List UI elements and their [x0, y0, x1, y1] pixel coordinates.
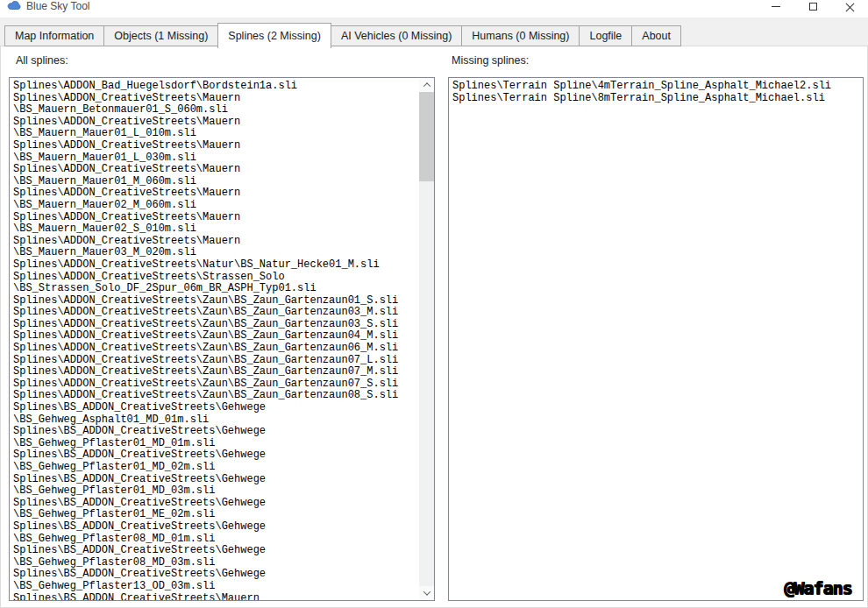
- spline-path-item[interactable]: Splines\ADDON_CreativeStreets\Zaun\BS_Za…: [13, 330, 418, 343]
- tab-ai-vehicles[interactable]: AI Vehicles (0 Missing): [331, 25, 462, 46]
- spline-path-item[interactable]: \BS_Gehweg_Asphalt01_MD_01m.sli: [13, 414, 418, 427]
- tab-splines[interactable]: Splines (2 Missing): [217, 23, 331, 48]
- maximize-button[interactable]: [794, 0, 831, 18]
- spline-path-item[interactable]: Splines\ADDON_CreativeStreets\Natur\BS_N…: [13, 259, 418, 272]
- maximize-icon: [809, 3, 817, 11]
- spline-path-item[interactable]: Splines\ADDON_Bad_Huegelsdorf\Bordstein1…: [13, 81, 418, 93]
- spline-path-item[interactable]: Splines\ADDON_CreativeStreets\Zaun\BS_Za…: [13, 355, 418, 367]
- spline-path-item[interactable]: Splines\ADDON_CreativeStreets\Mauern: [13, 236, 418, 248]
- spline-path-item[interactable]: Splines\BS_ADDON_CreativeStreets\Gehwege: [13, 545, 418, 557]
- scroll-down-button[interactable]: [419, 586, 434, 600]
- spline-path-item[interactable]: Splines\BS_ADDON_CreativeStreets\Gehwege: [13, 521, 418, 534]
- spline-path-item[interactable]: \BS_Mauern_Betonmauer01_S_060m.sli: [13, 104, 418, 117]
- spline-path-item[interactable]: \BS_Mauern_Mauer03_M_020m.sli: [13, 247, 418, 259]
- spline-path-item[interactable]: \BS_Mauern_Mauer01_L_030m.sli: [13, 152, 418, 165]
- watermark: @Wafans: [784, 577, 851, 598]
- spline-path-item[interactable]: Splines\BS_ADDON_CreativeStreets\Gehwege: [13, 569, 418, 581]
- minimize-icon: [772, 6, 780, 7]
- spline-path-item[interactable]: \BS_Gehweg_Pflaster08_MD_03m.sli: [13, 557, 418, 569]
- spline-path-item[interactable]: Splines\ADDON_CreativeStreets\Mauern: [13, 140, 418, 152]
- spline-path-item[interactable]: Splines\ADDON_CreativeStreets\Zaun\BS_Za…: [13, 343, 418, 355]
- spline-path-item[interactable]: Splines\ADDON_CreativeStreets\Mauern: [13, 212, 418, 224]
- window-title: Blue Sky Tool: [26, 0, 90, 12]
- spline-path-item[interactable]: \BS_Gehweg_Pflaster01_MD_02m.sli: [13, 462, 418, 474]
- tab-logfile[interactable]: Logfile: [579, 25, 632, 46]
- spline-path-item[interactable]: \BS_Strassen_Solo_DF_2Spur_06m_BR_ASPH_T…: [13, 283, 418, 295]
- scroll-up-button[interactable]: [419, 78, 434, 92]
- spline-path-item[interactable]: \BS_Gehweg_Pflaster01_ME_02m.sli: [13, 509, 418, 521]
- spline-path-item[interactable]: \BS_Gehweg_Pflaster01_MD_01m.sli: [13, 438, 418, 450]
- spline-path-item[interactable]: Splines\ADDON_CreativeStreets\Mauern: [13, 164, 418, 176]
- spline-path-item[interactable]: Splines\ADDON_CreativeStreets\Zaun\BS_Za…: [13, 319, 418, 331]
- spline-path-item[interactable]: \BS_Gehweg_Pflaster08_MD_01m.sli: [13, 534, 418, 546]
- spline-path-item[interactable]: Splines\ADDON_CreativeStreets\Zaun\BS_Za…: [13, 307, 418, 319]
- close-button[interactable]: [831, 0, 868, 18]
- app-cloud-icon: [7, 0, 22, 11]
- spline-path-item[interactable]: Splines\ADDON_CreativeStreets\Mauern: [13, 93, 418, 105]
- close-icon: [845, 2, 855, 11]
- spline-path-item[interactable]: Splines\BS_ADDON_CreativeStreets\Mauern: [13, 593, 418, 600]
- spline-path-item[interactable]: \BS_Mauern_Mauer02_M_060m.sli: [13, 200, 418, 212]
- tab-map-information[interactable]: Map Information: [4, 25, 104, 46]
- spline-path-item[interactable]: \BS_Mauern_Mauer01_L_010m.sli: [13, 128, 418, 140]
- spline-path-item[interactable]: Splines\ADDON_CreativeStreets\Zaun\BS_Za…: [13, 366, 418, 378]
- all-splines-label: All splines:: [16, 54, 68, 67]
- spline-path-item[interactable]: Splines\BS_ADDON_CreativeStreets\Gehwege: [13, 449, 418, 462]
- all-splines-lines: Splines\ADDON_Bad_Huegelsdorf\Bordstein1…: [13, 81, 418, 600]
- spline-path-item[interactable]: \BS_Gehweg_Pflaster01_MD_03m.sli: [13, 485, 418, 498]
- spline-path-item[interactable]: Splines\ADDON_CreativeStreets\Strassen_S…: [13, 272, 418, 284]
- spline-path-item[interactable]: Splines\BS_ADDON_CreativeStreets\Gehwege: [13, 426, 418, 438]
- chevron-up-icon: [423, 82, 430, 89]
- spline-path-item[interactable]: Splines\ADDON_CreativeStreets\Mauern: [13, 117, 418, 129]
- spline-path-item[interactable]: \BS_Mauern_Mauer02_S_010m.sli: [13, 223, 418, 236]
- tab-about[interactable]: About: [631, 25, 681, 46]
- missing-splines-label: Missing splines:: [452, 54, 529, 67]
- spline-path-item[interactable]: Splines\ADDON_CreativeStreets\Zaun\BS_Za…: [13, 295, 418, 308]
- tab-bar: Map InformationObjects (1 Missing)Spline…: [4, 23, 681, 46]
- missing-splines-lines: Splines\Terrain Spline\4mTerrain_Spline_…: [452, 81, 861, 600]
- title-bar: Blue Sky Tool: [0, 0, 868, 18]
- window-controls: [758, 0, 868, 18]
- spline-path-item[interactable]: Splines\ADDON_CreativeStreets\Zaun\BS_Za…: [13, 390, 418, 402]
- vertical-scrollbar[interactable]: [419, 78, 434, 600]
- tab-objects[interactable]: Objects (1 Missing): [103, 25, 218, 46]
- spline-path-item[interactable]: Splines\ADDON_CreativeStreets\Mauern: [13, 187, 418, 200]
- missing-splines-list[interactable]: Splines\Terrain Spline\4mTerrain_Spline_…: [448, 77, 864, 601]
- spline-path-item[interactable]: Splines\Terrain Spline\4mTerrain_Spline_…: [452, 81, 861, 93]
- spline-path-item[interactable]: Splines\BS_ADDON_CreativeStreets\Gehwege: [13, 498, 418, 510]
- spline-path-item[interactable]: Splines\BS_ADDON_CreativeStreets\Gehwege: [13, 402, 418, 414]
- scrollbar-thumb[interactable]: [419, 92, 434, 181]
- spline-path-item[interactable]: Splines\Terrain Spline\8mTerrain_Spline_…: [452, 93, 861, 105]
- spline-path-item[interactable]: \BS_Mauern_Mauer01_M_060m.sli: [13, 176, 418, 188]
- spline-path-item[interactable]: \BS_Gehweg_Pflaster13_OD_03m.sli: [13, 581, 418, 593]
- spline-path-item[interactable]: Splines\ADDON_CreativeStreets\Zaun\BS_Za…: [13, 378, 418, 391]
- all-splines-list[interactable]: Splines\ADDON_Bad_Huegelsdorf\Bordstein1…: [9, 77, 435, 601]
- chevron-down-icon: [423, 588, 430, 595]
- spline-path-item[interactable]: Splines\BS_ADDON_CreativeStreets\Gehwege: [13, 474, 418, 486]
- minimize-button[interactable]: [758, 0, 794, 18]
- tab-humans[interactable]: Humans (0 Missing): [461, 25, 580, 46]
